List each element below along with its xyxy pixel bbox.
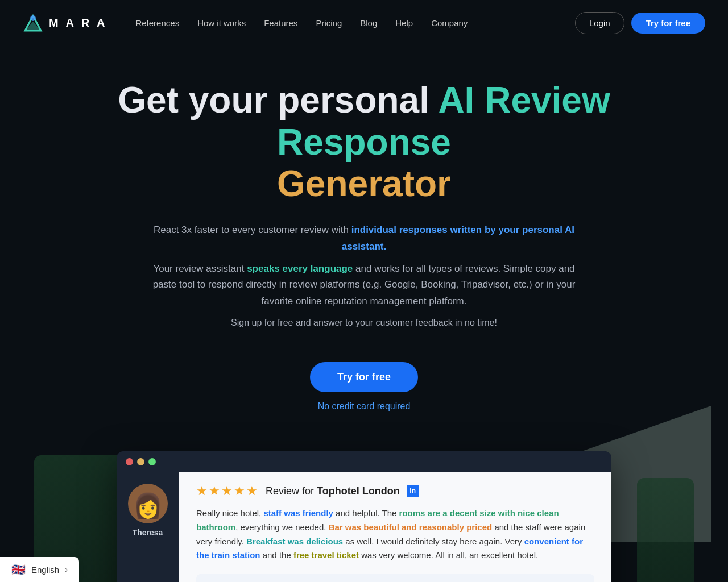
headline-highlight2: Generator [277, 163, 451, 204]
nav-company[interactable]: Company [431, 18, 468, 28]
hero-signup-text: Sign up for free and answer to your cust… [23, 318, 705, 328]
dot-red [126, 458, 133, 465]
review-header: ★★★★★ Review for Tophotel London in [196, 484, 594, 498]
nav-how-it-works[interactable]: How it works [197, 18, 246, 28]
nav-links: References How it works Features Pricing… [135, 18, 574, 28]
dot-yellow [137, 458, 144, 465]
hero-subtext1: React 3x faster to every customer review… [151, 222, 577, 255]
nav-actions: Login Try for free [575, 12, 705, 34]
dot-green [148, 458, 156, 465]
hotel-icon: in [407, 485, 419, 497]
hotel-name: Tophotel London [317, 485, 400, 497]
avatar-panel: 👩 Theresa [117, 472, 179, 582]
hl-breakfast: Breakfast was delicious [246, 537, 343, 546]
avatar: 👩 [128, 484, 168, 523]
hl-bar: Bar was beautiful and reasonably priced [329, 522, 493, 532]
try-for-free-nav-button[interactable]: Try for free [631, 13, 705, 34]
hero-link-ai: individual responses written by your per… [342, 225, 574, 252]
try-for-free-cta-button[interactable]: Try for free [310, 362, 418, 392]
flag-icon: 🇬🇧 [11, 563, 26, 576]
language-label: English [31, 565, 59, 575]
review-text: Really nice hotel, staff was friendly an… [196, 506, 594, 563]
reviewer-name: Theresa [133, 528, 163, 537]
login-button[interactable]: Login [575, 12, 624, 34]
cta-area: Try for free No credit card required [0, 356, 728, 429]
window-body: 👩 Theresa ★★★★★ Review for Tophotel Lond… [117, 472, 611, 582]
hero-section: Get your personal AI Review Response Gen… [0, 45, 728, 356]
hl-staff-friendly: staff was friendly [263, 508, 333, 518]
hero-link-lang: speaks every language [247, 263, 353, 274]
demo-window: 👩 Theresa ★★★★★ Review for Tophotel Lond… [117, 451, 611, 582]
right-deco-panel [637, 478, 694, 582]
language-bar[interactable]: 🇬🇧 English › [0, 557, 79, 582]
hero-headline: Get your personal AI Review Response Gen… [108, 80, 620, 205]
review-title: Review for Tophotel London [266, 485, 400, 497]
logo-text: M A R A [49, 16, 107, 30]
svg-point-2 [30, 15, 36, 21]
chevron-right-icon: › [65, 565, 68, 574]
nav-features[interactable]: Features [264, 18, 297, 28]
window-titlebar [117, 451, 611, 472]
hero-subtext2: Your review assistant speaks every langu… [151, 261, 577, 310]
logo-link[interactable]: M A R A [23, 13, 107, 33]
headline-prefix: Get your personal [118, 80, 438, 120]
nav-pricing[interactable]: Pricing [316, 18, 342, 28]
logo-icon [23, 13, 43, 33]
demo-section: 👩 Theresa ★★★★★ Review for Tophotel Lond… [0, 451, 728, 582]
stars: ★★★★★ [196, 484, 259, 498]
review-content: ★★★★★ Review for Tophotel London in Real… [179, 472, 611, 582]
nav-blog[interactable]: Blog [360, 18, 377, 28]
no-credit-card-text: No credit card required [318, 401, 411, 411]
hl-travel-ticket: free travel ticket [293, 550, 359, 560]
navbar: M A R A References How it works Features… [0, 0, 728, 45]
ai-response-section: ↩ Your AI response proposal Regenerate ✦… [196, 574, 594, 582]
nav-help[interactable]: Help [395, 18, 413, 28]
nav-references[interactable]: References [135, 18, 179, 28]
